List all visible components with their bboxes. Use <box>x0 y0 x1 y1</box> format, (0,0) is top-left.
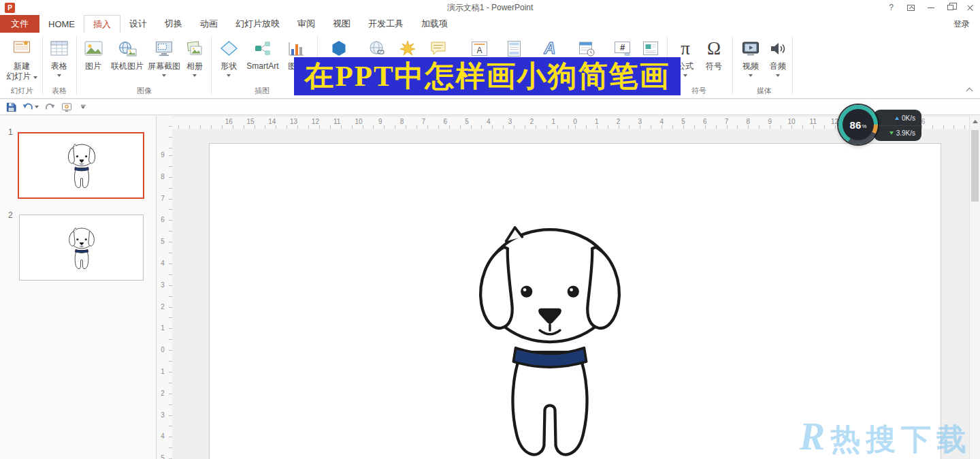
v-ruler-number: 5 <box>157 454 169 459</box>
shapes-button[interactable]: 形状 <box>215 35 242 93</box>
slide-canvas[interactable] <box>209 143 941 459</box>
h-ruler-number: 2 <box>613 118 624 125</box>
group-separator <box>211 36 212 95</box>
h-ruler-number: 5 <box>461 118 472 125</box>
group-label-images: 图像 <box>80 86 208 96</box>
tab-slideshow[interactable]: 幻灯片放映 <box>227 15 289 33</box>
repeat-button[interactable] <box>45 102 55 112</box>
download-speed-row: 3.9K/s <box>874 125 921 140</box>
minimize-button[interactable] <box>921 0 941 15</box>
symbol-button[interactable]: Ω 符号 <box>701 35 727 93</box>
vertical-ruler: 987654321012345 <box>157 116 172 459</box>
dropdown-arrow-icon <box>162 74 166 77</box>
pi-icon: π <box>681 39 690 58</box>
video-button[interactable]: 视频 <box>738 35 764 93</box>
group-separator <box>732 36 733 95</box>
dropdown-arrow-icon <box>776 74 780 77</box>
online-pictures-label: 联机图片 <box>111 61 144 71</box>
window-title: 演示文稿1 - PowerPoint <box>0 2 980 14</box>
v-ruler-number: 1 <box>157 368 169 375</box>
undo-button[interactable] <box>22 102 39 112</box>
h-ruler-number: 8 <box>397 118 408 125</box>
tab-file[interactable]: 文件 <box>0 15 39 33</box>
table-icon <box>50 35 68 61</box>
upload-speed: 0K/s <box>902 114 915 122</box>
group-label-media: 媒体 <box>738 86 791 96</box>
omega-icon: Ω <box>707 39 721 58</box>
v-ruler-number: 4 <box>157 259 169 267</box>
h-ruler-number: 7 <box>418 118 429 125</box>
h-ruler-number: 1 <box>548 118 559 125</box>
tab-insert[interactable]: 插入 <box>84 15 120 33</box>
online-pictures-button[interactable]: 联机图片 <box>108 35 147 93</box>
sign-in-link[interactable]: 登录 <box>943 15 980 33</box>
puppy-thumbnail-drawing <box>62 142 101 189</box>
touch-mode-icon <box>61 102 72 112</box>
dropdown-arrow-icon <box>193 74 197 77</box>
h-ruler-number: 10 <box>786 118 797 125</box>
tab-view[interactable]: 视图 <box>324 15 359 33</box>
vertical-scrollbar[interactable] <box>969 116 980 459</box>
tab-addins[interactable]: 加载项 <box>412 15 457 33</box>
new-slide-button[interactable]: 新建 幻灯片 <box>4 35 39 93</box>
slide-thumbnail-panel: 1 2 <box>0 116 157 459</box>
picture-button[interactable]: 图片 <box>80 35 106 93</box>
undo-icon <box>22 102 33 112</box>
audio-button[interactable]: 音频 <box>765 35 791 93</box>
v-ruler-number: 0 <box>157 346 169 353</box>
table-button[interactable]: 表格 <box>45 35 74 93</box>
dropdown-arrow-icon <box>57 74 61 77</box>
h-ruler-number: 3 <box>505 118 516 125</box>
puppy-drawing[interactable] <box>448 219 652 459</box>
boost-gauge-value: 86 % <box>843 109 874 140</box>
boost-percent-sign: % <box>862 123 866 129</box>
help-button[interactable]: ? <box>881 0 901 15</box>
slide-1-thumbnail[interactable] <box>18 132 144 199</box>
new-slide-label-1: 新建 <box>14 61 30 71</box>
scroll-up-button[interactable] <box>970 116 980 127</box>
dropdown-arrow-icon <box>33 76 37 79</box>
boost-gauge[interactable]: 86 % <box>838 105 878 144</box>
tab-transitions[interactable]: 切换 <box>156 15 191 33</box>
tab-developer[interactable]: 开发工具 <box>359 15 412 33</box>
net-speed-overlay[interactable]: 0K/s 3.9K/s 86 % <box>838 105 923 144</box>
touch-mouse-mode-button[interactable] <box>61 102 72 112</box>
tab-review[interactable]: 审阅 <box>289 15 324 33</box>
scroll-up-arrow-icon <box>973 120 978 123</box>
ribbon-display-options-button[interactable] <box>901 0 921 15</box>
shapes-icon <box>220 35 238 61</box>
boost-percent: 86 <box>850 119 862 131</box>
h-ruler-number: 6 <box>700 118 710 125</box>
v-ruler-number: 3 <box>157 411 169 419</box>
group-label-tables: 表格 <box>45 86 74 96</box>
smartart-icon <box>254 35 272 61</box>
screenshot-button[interactable]: 屏幕截图 <box>148 35 180 93</box>
h-ruler-number: 13 <box>289 118 299 125</box>
caption-banner: 在PPT中怎样画小狗简笔画 <box>294 57 681 95</box>
tab-home[interactable]: HOME <box>39 15 84 33</box>
v-ruler-number: 2 <box>157 303 169 311</box>
save-button[interactable] <box>6 102 16 112</box>
h-ruler-number: 7 <box>721 118 732 125</box>
new-slide-label-2: 幻灯片 <box>6 72 31 81</box>
photo-album-button[interactable]: 相册 <box>181 35 208 93</box>
h-ruler-number: 6 <box>440 118 451 125</box>
close-button[interactable] <box>960 0 980 15</box>
slide-2-thumbnail[interactable] <box>19 215 144 281</box>
restore-button[interactable] <box>941 0 960 15</box>
tab-animations[interactable]: 动画 <box>191 15 227 33</box>
h-ruler-number: 8 <box>742 118 753 125</box>
smartart-button[interactable]: SmartArt <box>244 35 282 93</box>
h-ruler-number: 4 <box>483 118 494 125</box>
tab-design[interactable]: 设计 <box>120 15 156 33</box>
h-ruler-number: 2 <box>526 118 537 125</box>
v-ruler-number: 9 <box>157 151 169 159</box>
v-ruler-number: 8 <box>157 173 169 180</box>
collapse-ribbon-button[interactable] <box>966 87 972 93</box>
h-ruler-number: 10 <box>353 118 364 125</box>
title-bar: P 演示文稿1 - PowerPoint ? <box>0 0 980 15</box>
h-ruler-number: 16 <box>223 118 234 125</box>
scrollbar-thumb[interactable] <box>971 130 979 202</box>
h-ruler-number: 12 <box>310 118 321 125</box>
customize-qat-button[interactable] <box>78 105 88 109</box>
